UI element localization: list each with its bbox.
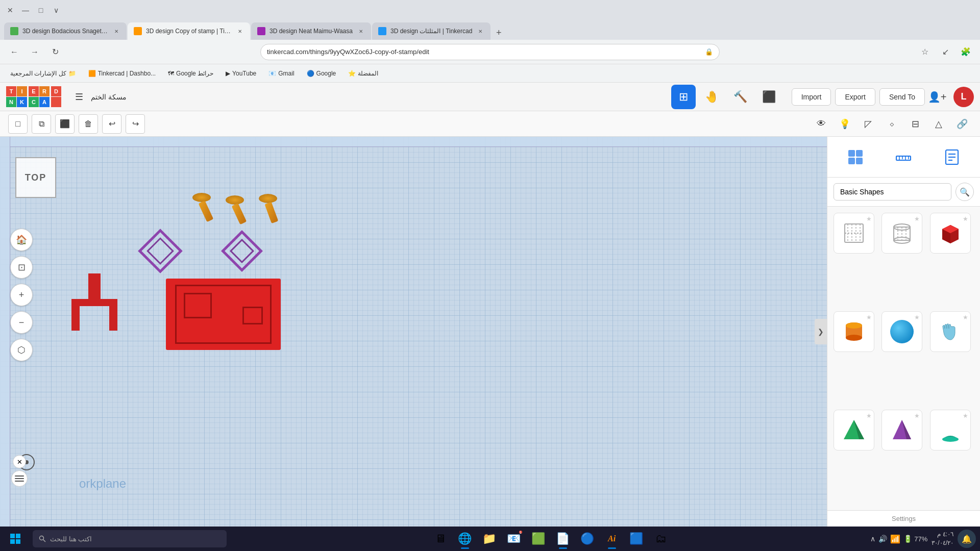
tab-close-4[interactable]: ✕ <box>476 27 484 35</box>
grid-view-btn[interactable]: ⊞ <box>671 85 696 109</box>
canvas-area[interactable]: TOP 🏠 ⊡ + − ⬡ <box>0 137 827 527</box>
shape-green-pyramid[interactable]: ★ <box>834 410 874 450</box>
logo-t: T <box>6 86 16 96</box>
new-tab-button[interactable]: + <box>492 26 506 40</box>
group-btn[interactable]: 🔗 <box>952 114 972 134</box>
user-avatar[interactable]: L <box>953 87 974 107</box>
align-btn[interactable]: ⊟ <box>905 114 925 134</box>
shape-purple-pyramid[interactable]: ★ <box>881 410 922 450</box>
taskbar-edge[interactable]: 🌐 <box>454 528 476 550</box>
taskbar-chrome[interactable]: 🔵 <box>576 528 599 550</box>
tab-4[interactable]: 3D design المثلثات | Tinkercad ✕ <box>372 22 491 40</box>
hammer-btn[interactable]: 🔨 <box>728 85 753 109</box>
collapse-panel-btn[interactable]: ❯ <box>815 319 827 344</box>
shape-orange-cylinder[interactable]: ★ <box>834 311 874 352</box>
hand-btn[interactable]: 🤚 <box>700 85 724 109</box>
maximize-btn[interactable]: □ <box>35 4 47 16</box>
screen-btn[interactable]: ⬛ <box>757 85 781 109</box>
taskbar-search[interactable]: اكتب هنا للبحث <box>33 530 227 547</box>
delete-btn[interactable]: 🗑 <box>79 114 98 134</box>
taskbar-desktop[interactable]: 🖥 <box>429 528 452 550</box>
taskbar-store[interactable]: 🟦 <box>625 528 648 550</box>
notification-center-btn[interactable]: 🔔 <box>958 530 976 548</box>
shape-cylinder-striped[interactable]: ★ <box>881 213 922 254</box>
export-btn[interactable]: Export <box>835 88 875 106</box>
reload-btn[interactable]: ↻ <box>47 44 63 60</box>
eye-btn[interactable]: 👁 <box>812 114 831 134</box>
wp-close-btn[interactable]: ✕ <box>13 455 26 468</box>
address-bar[interactable]: tinkercad.com/things/9yyQwXZoc6J-copy-of… <box>260 44 720 60</box>
shape-blue-sphere[interactable]: ★ <box>881 311 922 352</box>
taskbar-ai[interactable]: Ai <box>601 528 623 550</box>
bookmark-gmail[interactable]: 📧 Gmail <box>264 69 298 78</box>
extension-btn[interactable]: 🧩 <box>958 44 974 60</box>
perspective-btn[interactable]: ⬡ <box>10 339 33 361</box>
taskbar-taskmanager[interactable]: 🟩 <box>527 528 550 550</box>
tab-1[interactable]: 3D design Bodacious Snaget | T... ✕ <box>4 22 127 40</box>
expand-btn[interactable]: ∨ <box>50 4 62 16</box>
taskbar-word[interactable]: 📄 <box>552 528 574 550</box>
mirror-btn[interactable]: ⬦ <box>882 114 901 134</box>
tab-close-1[interactable]: ✕ <box>112 27 120 35</box>
taskbar-office[interactable]: 🗂 <box>650 528 672 550</box>
time-block[interactable]: ٤:٠٦ م ٣٠/٠٤/٢٠ <box>932 530 953 547</box>
panel-grid-btn[interactable] <box>840 142 871 172</box>
bookmark-google[interactable]: 🔵 Google <box>303 69 340 78</box>
tinkercad-logo[interactable]: T I N K E R C A D <box>6 86 61 107</box>
duplicate-btn[interactable]: ⬛ <box>55 114 75 134</box>
copy-btn[interactable]: ⧉ <box>32 114 51 134</box>
send-to-btn[interactable]: Send To <box>879 88 925 106</box>
top-view-indicator[interactable]: TOP <box>15 157 56 198</box>
bookmark-all[interactable]: كل الإشارات المرجعية 📁 <box>6 69 80 78</box>
redo-btn[interactable]: ↪ <box>126 114 145 134</box>
bookmark-tinkercad[interactable]: 🟧 Tinkercad | Dashbo... <box>84 69 160 78</box>
wifi-icon[interactable]: 📶 <box>890 534 900 544</box>
tab-close-2[interactable]: ✕ <box>236 27 244 35</box>
list-view-btn[interactable]: ☰ <box>69 87 89 107</box>
bookmark-favorites[interactable]: ⭐ المفضلة <box>344 69 382 78</box>
angle-btn[interactable]: ◸ <box>859 114 878 134</box>
shapes-dropdown[interactable]: Basic Shapes <box>834 183 951 201</box>
chevron-icon[interactable]: ∧ <box>870 535 875 543</box>
forward-btn[interactable]: → <box>27 44 43 60</box>
bookmark-label: كل الإشارات المرجعية <box>10 70 66 77</box>
shape-hand[interactable]: ★ <box>930 311 971 352</box>
panel-measure-btn[interactable] <box>888 142 919 172</box>
bookmark-maps[interactable]: 🗺 Google حرائط <box>164 69 217 78</box>
stamp-stand[interactable] <box>71 273 117 331</box>
zoom-in-btn[interactable]: + <box>10 284 33 306</box>
shape-red-cube[interactable]: ★ <box>930 213 971 254</box>
add-user-btn[interactable]: 👤+ <box>927 87 947 107</box>
minimize-btn[interactable]: — <box>19 4 32 16</box>
zoom-out-btn[interactable]: − <box>10 311 33 334</box>
light-btn[interactable]: 💡 <box>835 114 854 134</box>
import-btn[interactable]: Import <box>792 88 831 106</box>
profile-btn[interactable]: ↙ <box>937 44 953 60</box>
reflect-btn[interactable]: △ <box>929 114 948 134</box>
fit-btn[interactable]: ⊡ <box>10 256 33 279</box>
tab-3[interactable]: 3D design Neat Maimu-Waasa ✕ <box>251 22 371 40</box>
panel-notes-btn[interactable] <box>937 142 967 172</box>
home-view-btn[interactable]: 🏠 <box>10 229 33 251</box>
diamond-shapes-group[interactable] <box>140 231 263 272</box>
wp-menu-btn[interactable] <box>11 470 28 487</box>
undo-btn[interactable]: ↩ <box>102 114 121 134</box>
screws-group[interactable] <box>189 193 281 226</box>
shape-striped-box[interactable]: ★ <box>834 213 874 254</box>
shape-teal-half[interactable]: ★ <box>930 410 971 450</box>
taskbar-explorer[interactable]: 📁 <box>478 528 501 550</box>
date-display: ٣٠/٠٤/٢٠ <box>932 539 953 547</box>
red-stamp-block[interactable] <box>166 279 281 350</box>
battery-indicator[interactable]: 🔋 77% <box>903 535 927 543</box>
new-shape-btn[interactable]: □ <box>8 114 28 134</box>
back-btn[interactable]: ← <box>6 44 22 60</box>
tab-close-3[interactable]: ✕ <box>357 27 365 35</box>
volume-icon[interactable]: 🔊 <box>878 535 887 543</box>
tab-2[interactable]: 3D design Copy of stamp | Tink... ✕ <box>128 22 250 40</box>
bookmark-youtube[interactable]: ▶ YouTube <box>222 69 260 78</box>
shapes-search-btn[interactable]: 🔍 <box>955 183 974 201</box>
taskbar-mail[interactable]: 📧 1 <box>503 528 525 550</box>
start-button[interactable] <box>4 528 27 550</box>
bookmark-btn[interactable]: ☆ <box>917 44 933 60</box>
close-btn[interactable]: ✕ <box>4 4 16 16</box>
